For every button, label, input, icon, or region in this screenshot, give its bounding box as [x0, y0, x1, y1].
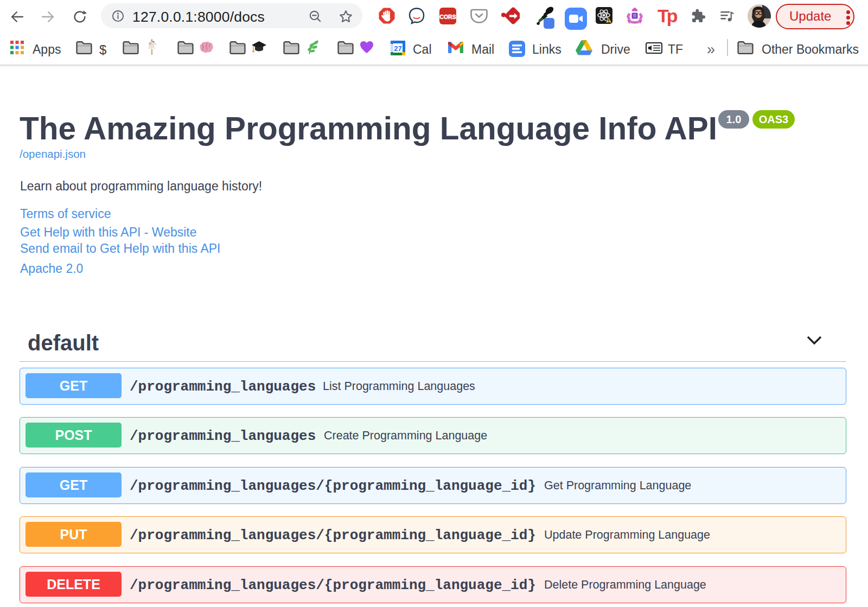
svg-text:27: 27 [394, 44, 401, 53]
svg-text:CORS: CORS [439, 14, 456, 20]
